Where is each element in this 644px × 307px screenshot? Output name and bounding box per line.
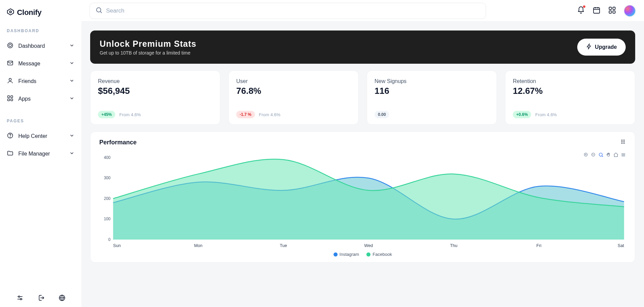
- svg-point-30: [624, 141, 625, 142]
- brand-icon: [7, 8, 14, 17]
- legend-dot: [366, 252, 370, 257]
- sidebar-item-friends[interactable]: Friends: [0, 73, 81, 90]
- search-container[interactable]: [89, 3, 486, 19]
- legend-item[interactable]: Facebook: [366, 252, 392, 257]
- sidebar-item-help-center[interactable]: Help Center: [0, 127, 81, 145]
- stat-value: $56,945: [98, 86, 213, 96]
- svg-text:Sun: Sun: [113, 243, 121, 248]
- chevron-down-icon: [69, 78, 75, 85]
- svg-point-32: [624, 143, 625, 144]
- menu-icon[interactable]: [621, 152, 626, 159]
- chevron-down-icon: [69, 96, 75, 102]
- svg-point-28: [624, 140, 625, 141]
- stat-from: From 4.6%: [119, 112, 141, 117]
- svg-text:Wed: Wed: [364, 243, 373, 248]
- svg-point-17: [97, 7, 101, 12]
- stat-label: New Signups: [375, 78, 489, 84]
- brand-logo[interactable]: Clonify: [0, 8, 81, 25]
- stat-value: 76.8%: [236, 86, 351, 96]
- stat-change-pill: -1.7 %: [236, 111, 255, 118]
- svg-point-2: [8, 43, 13, 48]
- svg-marker-0: [7, 9, 14, 15]
- stat-card: Revenue $56,945 +45% From 4.6%: [90, 70, 220, 125]
- svg-text:400: 400: [104, 155, 111, 160]
- sidebar-item-label: Help Center: [18, 133, 47, 139]
- svg-point-3: [9, 44, 12, 47]
- stat-from: From 4.6%: [259, 112, 281, 117]
- sidebar-item-message[interactable]: Message: [0, 55, 81, 73]
- svg-rect-26: [613, 11, 615, 13]
- performance-title: Performance: [99, 139, 137, 146]
- legend-label: Facebook: [373, 252, 392, 257]
- stat-change-pill: +45%: [98, 111, 115, 118]
- sidebar-footer: [0, 289, 81, 303]
- svg-rect-23: [609, 7, 611, 9]
- svg-rect-6: [8, 96, 10, 98]
- stat-change-pill: +0.6%: [513, 111, 531, 118]
- sidebar-item-label: Dashboard: [18, 43, 45, 49]
- chevron-down-icon: [69, 133, 75, 140]
- svg-rect-19: [593, 8, 600, 13]
- search-input[interactable]: [106, 7, 480, 14]
- chart-toolbar: [583, 152, 626, 159]
- svg-point-27: [622, 140, 623, 141]
- svg-point-15: [20, 299, 22, 300]
- upgrade-button-label: Upgrade: [595, 44, 617, 50]
- stat-card: Retention 12.67% +0.6% From 4.6%: [505, 70, 635, 125]
- calendar-button[interactable]: [592, 6, 601, 16]
- lightning-icon: [586, 43, 592, 51]
- svg-rect-8: [8, 99, 10, 101]
- banner-title: Unlock Premium Stats: [100, 39, 196, 49]
- zoom-in-icon[interactable]: [583, 152, 589, 159]
- svg-point-29: [622, 141, 623, 142]
- performance-card: Performance 0100200300400SunMonTueWed: [90, 131, 635, 263]
- mail-icon: [7, 60, 14, 68]
- grid-icon: [7, 95, 14, 103]
- sidebar-item-label: Friends: [18, 78, 36, 84]
- bell-icon: [577, 9, 585, 15]
- zoom-icon[interactable]: [598, 152, 604, 159]
- logout-icon[interactable]: [37, 294, 45, 303]
- apps-button[interactable]: [608, 6, 616, 16]
- sidebar-section-dashboard: DASHBOARD: [0, 25, 81, 37]
- sidebar-item-file-manager[interactable]: File Manager: [0, 145, 81, 163]
- svg-point-38: [599, 153, 602, 156]
- legend-item[interactable]: Instagram: [334, 252, 359, 257]
- svg-rect-25: [609, 11, 611, 13]
- folder-icon: [7, 150, 14, 158]
- legend-dot: [334, 252, 338, 257]
- sidebar-item-dashboard[interactable]: Dashboard: [0, 37, 81, 55]
- stat-change-pill: 0.00: [375, 111, 389, 118]
- pan-icon[interactable]: [606, 152, 611, 159]
- stat-label: Revenue: [98, 78, 213, 84]
- avatar[interactable]: [624, 5, 636, 17]
- svg-text:300: 300: [104, 176, 111, 180]
- svg-text:Fri: Fri: [537, 243, 542, 248]
- svg-point-13: [18, 296, 20, 297]
- svg-point-1: [9, 11, 12, 13]
- globe-icon[interactable]: [58, 294, 66, 303]
- banner-subtitle: Get up to 10TB of storage for a limited …: [100, 50, 196, 56]
- svg-text:100: 100: [104, 217, 111, 221]
- svg-text:Sat: Sat: [618, 243, 624, 248]
- drag-handle-icon[interactable]: [620, 139, 626, 146]
- stat-card: New Signups 116 0.00: [367, 70, 497, 125]
- sidebar-item-apps[interactable]: Apps: [0, 90, 81, 108]
- svg-rect-9: [11, 99, 13, 101]
- notifications-button[interactable]: [577, 6, 585, 16]
- upgrade-button[interactable]: Upgrade: [577, 39, 626, 56]
- sidebar-item-label: Apps: [18, 96, 31, 102]
- grid-icon: [608, 9, 616, 15]
- zoom-out-icon[interactable]: [591, 152, 596, 159]
- user-icon: [7, 77, 14, 85]
- stat-value: 116: [375, 86, 489, 96]
- svg-line-18: [100, 12, 102, 13]
- topbar: [81, 0, 644, 22]
- svg-line-39: [602, 156, 603, 157]
- chevron-down-icon: [69, 43, 75, 49]
- brand-name: Clonify: [17, 8, 41, 17]
- svg-rect-24: [613, 7, 615, 9]
- stat-from: From 4.6%: [535, 112, 557, 117]
- settings-sliders-icon[interactable]: [16, 294, 24, 303]
- home-icon[interactable]: [613, 152, 619, 159]
